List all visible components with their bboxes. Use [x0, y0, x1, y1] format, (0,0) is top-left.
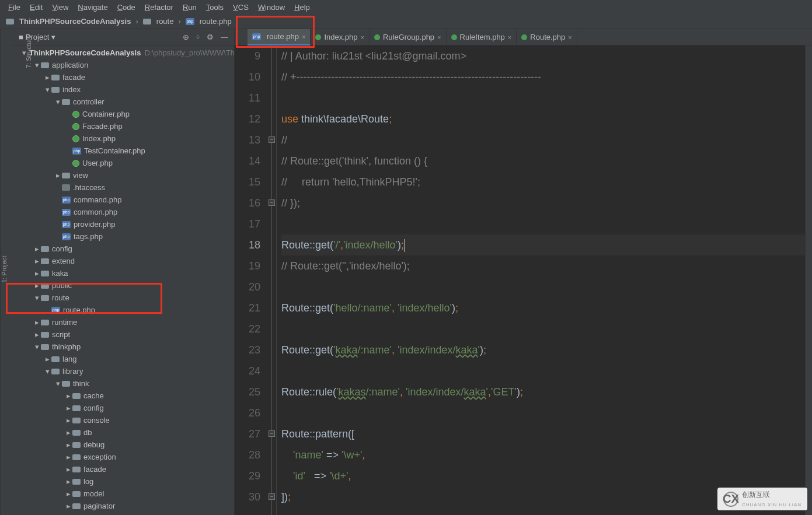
tree-node-runtime[interactable]: runtime — [13, 316, 234, 328]
code-line-16[interactable]: // }); — [281, 192, 805, 213]
tree-node-tags-php[interactable]: tags.php — [13, 230, 234, 243]
tree-node-exception[interactable]: exception — [13, 451, 234, 463]
toggle-icon[interactable] — [33, 61, 41, 69]
code-line-13[interactable]: // — [281, 129, 805, 150]
tree-node-view[interactable]: view — [13, 169, 234, 181]
code-lines[interactable]: // | Author: liu21st <liu21st@gmail.com>… — [277, 45, 805, 515]
toggle-icon[interactable] — [33, 281, 41, 290]
tree-node-route-php[interactable]: route.php — [13, 304, 234, 316]
locate-icon[interactable]: ⊕ — [183, 33, 189, 41]
fold-icon[interactable]: − — [269, 493, 275, 500]
code-line-12[interactable]: use think\facade\Route; — [281, 108, 805, 129]
code-line-18[interactable]: Route::get('/','index/hello'); — [281, 234, 805, 255]
tree-node-common-php[interactable]: common.php — [13, 206, 234, 218]
code-line-27[interactable]: Route::pattern([ — [281, 423, 805, 444]
code-line-24[interactable] — [281, 360, 805, 381]
toggle-icon[interactable] — [33, 342, 41, 351]
toggle-icon[interactable] — [43, 355, 51, 363]
breadcrumb-folder[interactable]: route — [142, 17, 175, 26]
tree-node-log[interactable]: log — [13, 475, 234, 488]
tree-node-db[interactable]: db — [13, 426, 234, 439]
code-line-28[interactable]: 'name' => '\w+', — [281, 444, 805, 465]
code-line-21[interactable]: Route::get('hello/:name', 'index/hello')… — [281, 297, 805, 318]
toggle-icon[interactable] — [43, 367, 51, 376]
menu-view[interactable]: View — [47, 1, 73, 13]
tab-ruleitem-php[interactable]: RuleItem.php× — [447, 29, 517, 45]
menu-file[interactable]: File — [4, 1, 25, 13]
toggle-icon[interactable] — [64, 416, 72, 425]
menu-vcs[interactable]: VCS — [228, 1, 253, 13]
breadcrumb-project[interactable]: ThinkPHPSourceCodeAnalysis — [5, 17, 132, 26]
toggle-icon[interactable] — [64, 477, 72, 486]
project-panel-title[interactable]: ■ Project ▾ — [19, 33, 178, 41]
tree-node-public[interactable]: public — [13, 279, 234, 292]
toggle-icon[interactable] — [33, 244, 41, 253]
fold-icon[interactable]: − — [269, 430, 275, 437]
tree-node-think[interactable]: think — [13, 377, 234, 390]
tree-node-thinkphp[interactable]: thinkphp — [13, 341, 234, 353]
tree-node-testcontainer-php[interactable]: TestContainer.php — [13, 145, 234, 157]
toggle-icon[interactable] — [64, 391, 72, 400]
code-line-15[interactable]: // return 'hello,ThinkPHP5!'; — [281, 171, 805, 192]
settings-icon[interactable]: ⚙ — [207, 33, 214, 41]
close-icon[interactable]: × — [437, 34, 441, 41]
code-line-9[interactable]: // | Author: liu21st <liu21st@gmail.com> — [281, 45, 805, 66]
menu-window[interactable]: Window — [253, 1, 290, 13]
code-line-17[interactable] — [281, 213, 805, 234]
code-editor[interactable]: 9101112131415161718192021222324252627282… — [235, 45, 812, 515]
tree-node-facade-php[interactable]: Facade.php — [13, 120, 234, 132]
menu-help[interactable]: Help — [290, 1, 315, 13]
tree-node-lang[interactable]: lang — [13, 353, 234, 365]
tree-node-facade[interactable]: facade — [13, 463, 234, 475]
toggle-icon[interactable] — [64, 404, 72, 412]
close-icon[interactable]: × — [508, 34, 511, 41]
toggle-icon[interactable] — [43, 85, 51, 94]
toggle-icon[interactable] — [33, 269, 41, 278]
collapse-icon[interactable]: ÷ — [196, 33, 200, 41]
toggle-icon[interactable] — [54, 171, 62, 180]
breadcrumb-file[interactable]: route.php — [184, 17, 233, 26]
fold-icon[interactable]: − — [269, 136, 275, 143]
toggle-icon[interactable] — [33, 293, 41, 302]
tree-node-provider-php[interactable]: provider.php — [13, 218, 234, 230]
toggle-icon[interactable] — [64, 502, 72, 510]
menu-code[interactable]: Code — [113, 1, 140, 13]
code-line-14[interactable]: // Route::get('think', function () { — [281, 150, 805, 171]
tree-node-console[interactable]: console — [13, 414, 234, 426]
tree-node-index-php[interactable]: Index.php — [13, 132, 234, 145]
tree-node-paginator[interactable]: paginator — [13, 500, 234, 512]
code-line-29[interactable]: 'id' => '\d+', — [281, 465, 805, 486]
menu-edit[interactable]: Edit — [25, 1, 47, 13]
code-line-19[interactable]: // Route::get('','index/hello'); — [281, 255, 805, 276]
toggle-icon[interactable] — [64, 453, 72, 461]
tree-node-container-php[interactable]: Container.php — [13, 108, 234, 120]
code-line-26[interactable] — [281, 402, 805, 423]
code-line-23[interactable]: Route::get('kaka/:name', 'index/index/ka… — [281, 339, 805, 360]
tree-node-model[interactable]: model — [13, 488, 234, 500]
toggle-icon[interactable] — [64, 440, 72, 449]
toggle-icon[interactable] — [33, 257, 41, 265]
tree-node-application[interactable]: application — [13, 59, 234, 71]
code-line-11[interactable] — [281, 87, 805, 108]
tree-node-config[interactable]: config — [13, 243, 234, 255]
tree-node-thinkphpsourcecodeanalysis[interactable]: ThinkPHPSourceCodeAnalysisD:\phpstudy_pr… — [13, 47, 234, 59]
tree-node-script[interactable]: script — [13, 328, 234, 341]
close-icon[interactable]: × — [360, 34, 364, 41]
toggle-icon[interactable] — [64, 428, 72, 437]
menu-refactor[interactable]: Refactor — [140, 1, 178, 13]
tree-node-route[interactable]: route — [13, 292, 234, 304]
tree-node-kaka[interactable]: kaka — [13, 267, 234, 279]
tree-node-extend[interactable]: extend — [13, 255, 234, 267]
menu-tools[interactable]: Tools — [201, 1, 228, 13]
code-line-20[interactable] — [281, 276, 805, 297]
tool-structure-tab[interactable]: 7: Structure — [25, 35, 32, 68]
menu-navigate[interactable]: Navigate — [73, 1, 112, 13]
tree-node-command-php[interactable]: command.php — [13, 194, 234, 206]
tree-node-cache[interactable]: cache — [13, 390, 234, 402]
toggle-icon[interactable] — [54, 379, 62, 388]
code-line-25[interactable]: Route::rule('kakas/:name', 'index/index/… — [281, 381, 805, 402]
tab-route-php[interactable]: Route.php× — [517, 29, 577, 45]
tree-node-controller[interactable]: controller — [13, 96, 234, 108]
tab-route-php[interactable]: route.php× — [248, 29, 311, 45]
tree-node-library[interactable]: library — [13, 365, 234, 377]
